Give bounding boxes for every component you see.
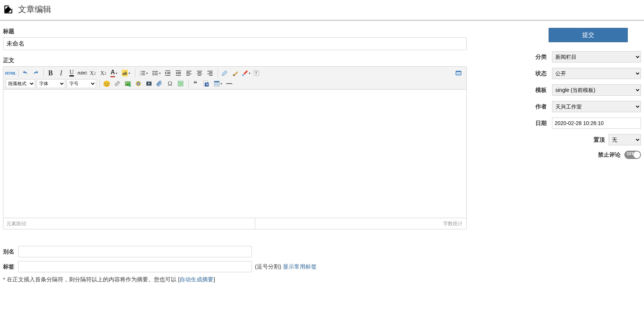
align-left-button[interactable] [184,68,194,78]
svg-rect-6 [233,75,235,76]
rich-text-editor: HTML B I U ABC X2 X2 [3,66,467,229]
disable-comment-toggle[interactable]: OFF [624,151,641,159]
alias-input[interactable] [18,246,252,257]
svg-point-5 [152,74,153,75]
clear-format-button[interactable] [230,68,240,78]
title-input[interactable] [3,37,467,50]
font-size-select[interactable]: 字号 [67,79,96,88]
title-label: 标题 [3,28,467,35]
strikethrough-button[interactable]: ABC [77,68,87,78]
video-button[interactable] [144,79,154,89]
page-title: 文章编辑 [18,4,51,15]
svg-point-3 [152,71,153,72]
page-header: 文章编辑 [0,0,644,21]
underline-button[interactable]: U [67,68,77,78]
body-label: 正文 [3,57,509,64]
toolbar-separator [18,69,18,77]
tags-hint: (逗号分割) 显示常用标签 [255,263,317,270]
element-path[interactable]: 元素路径: [3,218,255,229]
summary-hint: * 在正文插入首条分隔符，则分隔符以上的内容将作为摘要。您也可以 [自动生成摘要… [3,276,509,283]
editor-toolbar: HTML B I U ABC X2 X2 [3,67,466,90]
align-right-button[interactable] [205,68,215,78]
bold-button[interactable]: B [46,68,55,78]
toolbar-separator [100,79,100,88]
toolbar-separator [135,69,135,77]
sticky-label: 置顶 [593,136,605,144]
image-button[interactable]: + [123,79,133,89]
tags-input[interactable] [18,261,252,272]
link-button[interactable] [112,79,122,89]
redo-button[interactable] [31,68,41,78]
svg-text:3: 3 [140,74,141,76]
ordered-list-button[interactable]: 123▾ [137,68,149,78]
blockquote-button[interactable]: ❝ [190,79,200,89]
sticky-select[interactable]: 无 [609,134,641,145]
alias-label: 别名 [3,248,18,255]
source-code-button[interactable]: HTML [6,68,15,78]
subscript-button[interactable]: X2 [98,68,108,78]
tags-label: 标签 [3,263,18,270]
svg-text:W: W [205,83,209,86]
status-select[interactable]: 公开 [552,68,641,79]
template-label: 模板 [535,87,552,94]
author-label: 作者 [535,103,552,110]
map-button[interactable] [176,79,186,89]
fullscreen-button[interactable] [454,68,463,78]
author-select[interactable]: 天兴工作室 [552,101,641,112]
align-center-button[interactable] [195,68,204,78]
table-button[interactable]: ▾ [212,79,224,89]
status-label: 状态 [535,70,552,77]
date-input[interactable] [552,118,641,129]
svg-rect-26 [214,81,219,82]
paragraph-format-select[interactable]: 段落格式 [6,79,35,88]
toolbar-separator [188,79,189,88]
outdent-button[interactable] [173,68,183,78]
undo-button[interactable] [20,68,30,78]
attachment-button[interactable] [155,79,164,89]
indent-button[interactable] [163,68,173,78]
special-char-button[interactable]: Ω [165,79,175,89]
toggle-knob-icon [633,151,640,158]
superscript-button[interactable]: X2 [88,68,98,78]
word-count[interactable]: 字数统计 [255,220,466,227]
svg-text:T: T [255,71,258,75]
eraser-button[interactable] [220,68,230,78]
svg-rect-19 [146,81,152,82]
category-label: 分类 [535,53,552,61]
svg-point-12 [126,82,127,84]
submit-button[interactable]: 提交 [549,28,628,42]
select-all-button[interactable]: T [251,68,261,78]
show-common-tags-link[interactable]: 显示常用标签 [283,263,317,270]
format-painter-button[interactable]: ▾ [241,68,251,78]
disable-comment-label: 禁止评论 [598,151,621,159]
emoji-button[interactable]: 😊 [102,79,112,89]
category-select[interactable]: 新闻栏目 [552,51,641,63]
template-select[interactable]: single (当前模板) [552,84,641,96]
paste-word-button[interactable]: W [201,79,211,89]
font-name-select[interactable]: 字体 [37,79,65,88]
forecolor-button[interactable]: A▾ [109,68,119,78]
edit-icon [3,4,14,15]
italic-button[interactable]: I [56,68,66,78]
toolbar-separator [43,69,44,77]
date-label: 日期 [535,120,552,127]
toggle-state-text: OFF [627,152,634,156]
media-button[interactable] [133,79,143,89]
backcolor-button[interactable]: ab▾ [120,68,132,78]
svg-rect-20 [146,85,152,86]
svg-rect-10 [456,72,461,75]
editor-textarea[interactable] [3,90,466,218]
unordered-list-button[interactable]: ▾ [150,68,162,78]
editor-statusbar: 元素路径: 字数统计 [3,218,466,229]
auto-summary-link[interactable]: 自动生成摘要 [179,276,213,282]
horizontal-rule-button[interactable] [224,79,234,89]
svg-point-17 [138,83,139,84]
svg-point-4 [152,73,153,74]
toolbar-separator [218,69,218,77]
